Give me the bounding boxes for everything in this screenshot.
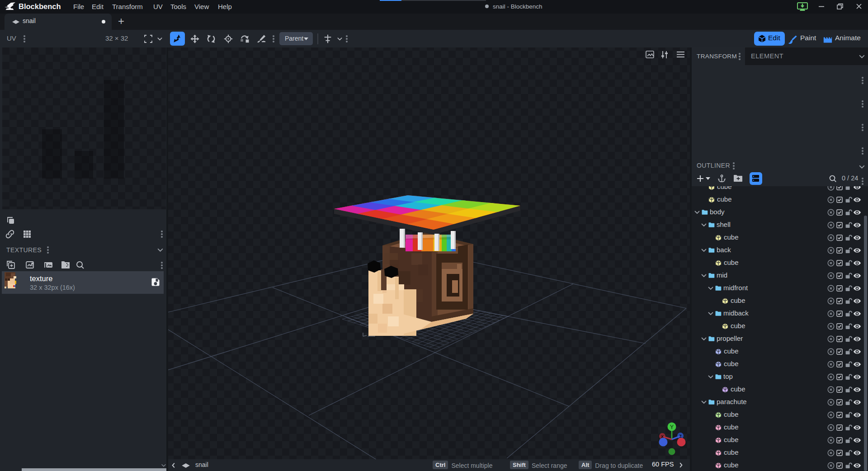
svg-text:Y: Y — [670, 424, 674, 430]
